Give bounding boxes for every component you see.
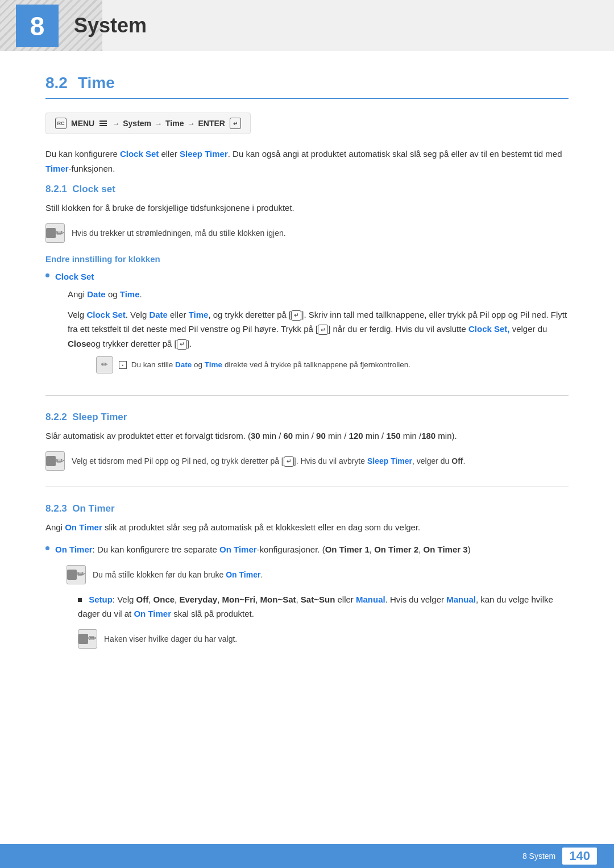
enter-icon-3: ↵ — [318, 325, 328, 335]
subsection-821-intro: Still klokken for å bruke de forskjellig… — [45, 201, 569, 215]
subsection-822-title: Sleep Timer — [72, 412, 127, 422]
section-heading: 8.2 Time — [45, 74, 569, 99]
nav-system: System — [123, 119, 151, 128]
note-icon-2: ✏ — [96, 356, 113, 373]
intro-paragraph: Du kan konfigurere Clock Set eller Sleep… — [45, 147, 569, 176]
divider-2 — [45, 487, 569, 487]
page-footer: 8 System 140 — [0, 844, 614, 868]
nav-menu-bars — [99, 121, 107, 126]
section-title: Time — [78, 74, 115, 92]
nav-arrow-3: → — [187, 119, 194, 128]
subsection-823-title: On Timer — [72, 503, 114, 514]
enter-icon-4: ↵ — [177, 339, 187, 350]
setup-sub-area: Setup: Velg Off, Once, Everyday, Mon~Fri… — [78, 592, 569, 649]
subsection-822-number: 8.2.2 — [45, 412, 67, 422]
nav-arrow-2: → — [155, 119, 162, 128]
section-number: 8.2 — [45, 74, 68, 92]
subsection-823-heading: 8.2.3 On Timer — [45, 503, 569, 514]
subsection-821-heading: 8.2.1 Clock set — [45, 184, 569, 195]
clock-set-note-text: Hvis du trekker ut strømledningen, må du… — [72, 223, 286, 239]
chapter-title: System — [74, 14, 147, 38]
on-timer-note-box: ✏ Du må stille klokken før du kan bruke … — [67, 565, 569, 584]
setup-note-text: Haken viser hvilke dager du har valgt. — [104, 629, 237, 645]
square-bullet-2 — [78, 598, 82, 602]
note-icon-5: ✏ — [78, 629, 97, 649]
sub-note-text: ▪ Du kan stille Date og Time direkte ved… — [119, 356, 410, 371]
menu-icon: RC — [55, 118, 67, 129]
on-timer-sub-note: ✏ Du må stille klokken før du kan bruke … — [61, 565, 569, 649]
on-timer-intro: Angi On Timer slik at produktet slår seg… — [45, 520, 569, 535]
bullet-clock-set: Clock Set Angi Date og Time. Velg Clock … — [45, 269, 569, 380]
bullet-sub-area: Angi Date og Time. Velg Clock Set. Velg … — [68, 287, 569, 373]
nav-path: RC MENU → System → Time → ENTER ↵ — [45, 113, 251, 134]
note-icon-4: ✏ — [67, 565, 86, 584]
note-icon-1: ✏ — [45, 223, 65, 243]
enter-icon-2: ↵ — [291, 310, 301, 321]
nav-menu-label: MENU — [71, 119, 94, 128]
divider-1 — [45, 395, 569, 396]
bullet-dot-1 — [45, 273, 49, 277]
nav-enter: ENTER — [198, 119, 225, 128]
chapter-number: 8 — [30, 13, 45, 39]
clock-set-bullet-list: Clock Set Angi Date og Time. Velg Clock … — [45, 269, 569, 380]
sub-note-box: ✏ ▪ Du kan stille Date og Time direkte v… — [96, 356, 569, 373]
on-timer-note-text: Du må stille klokken før du kan bruke On… — [93, 565, 263, 581]
endre-heading: Endre innstilling for klokken — [45, 254, 569, 264]
enter-icon: ↵ — [230, 118, 241, 129]
bullet-on-timer: On Timer: Du kan konfigurere tre separat… — [45, 542, 569, 657]
bullet-on-timer-content: On Timer: Du kan konfigurere tre separat… — [55, 542, 569, 657]
subsection-821-number: 8.2.1 — [45, 184, 67, 194]
setup-note-box: ✏ Haken viser hvilke dager du har valgt. — [78, 629, 569, 649]
sleep-timer-intro: Slår automatisk av produktet etter et fo… — [45, 429, 569, 443]
bullet-dot-2 — [45, 546, 49, 550]
setup-text: Setup: Velg Off, Once, Everyday, Mon~Fri… — [78, 592, 569, 621]
sub-text-2: Velg Clock Set. Velg Date eller Time, og… — [68, 308, 569, 351]
nav-time: Time — [165, 119, 184, 128]
subsection-821-title: Clock set — [72, 184, 115, 194]
nav-arrow-1: → — [112, 119, 119, 128]
chapter-number-box: 8 — [16, 5, 59, 47]
main-content: 8.2 Time RC MENU → System → Time → ENTER… — [0, 51, 614, 710]
footer-page-number: 140 — [562, 848, 597, 865]
clock-set-note-box: ✏ Hvis du trekker ut strømledningen, må … — [45, 223, 569, 243]
bullet-clock-set-content: Clock Set Angi Date og Time. Velg Clock … — [55, 269, 569, 380]
on-timer-bullet-list: On Timer: Du kan konfigurere tre separat… — [45, 542, 569, 657]
square-bullet: ▪ — [119, 361, 127, 369]
sub-text-1: Angi Date og Time. — [68, 287, 569, 302]
page-header: 8 System — [0, 0, 614, 51]
footer-section-label: 8 System — [522, 852, 555, 861]
sleep-timer-note-box: ✏ Velg et tidsrom med Pil opp og Pil ned… — [45, 451, 569, 471]
subsection-823-number: 8.2.3 — [45, 503, 67, 514]
note-icon-3: ✏ — [45, 451, 65, 471]
sleep-timer-note-text: Velg et tidsrom med Pil opp og Pil ned, … — [72, 451, 465, 467]
subsection-822-heading: 8.2.2 Sleep Timer — [45, 412, 569, 423]
enter-icon-5: ↵ — [284, 456, 294, 467]
